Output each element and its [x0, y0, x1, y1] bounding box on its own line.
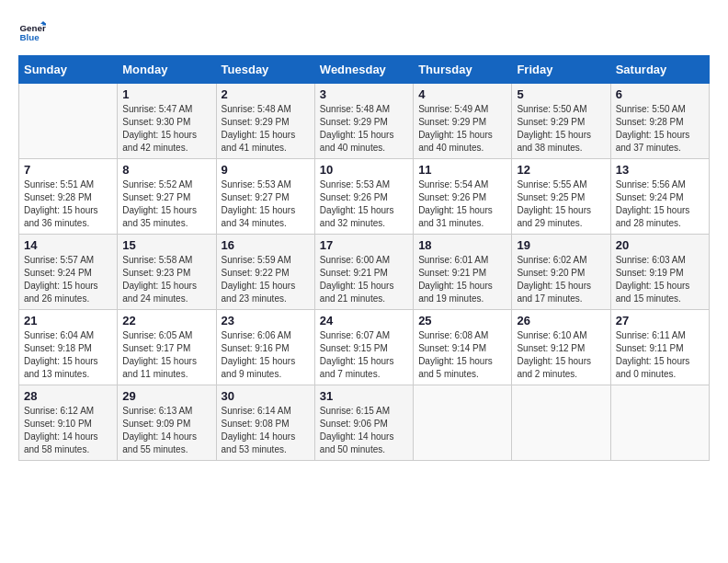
day-info: Sunrise: 5:52 AM Sunset: 9:27 PM Dayligh…: [122, 178, 210, 230]
day-info: Sunrise: 6:12 AM Sunset: 9:10 PM Dayligh…: [24, 405, 112, 456]
logo: General Blue: [18, 18, 40, 46]
day-number: 10: [320, 163, 408, 177]
day-info: Sunrise: 5:47 AM Sunset: 9:30 PM Dayligh…: [122, 103, 210, 155]
day-cell: 25Sunrise: 6:08 AM Sunset: 9:14 PM Dayli…: [414, 310, 512, 385]
day-number: 6: [616, 87, 704, 101]
day-cell: 29Sunrise: 6:13 AM Sunset: 9:09 PM Dayli…: [118, 385, 216, 461]
day-number: 3: [320, 87, 408, 101]
day-number: 22: [122, 314, 210, 327]
svg-text:General: General: [20, 23, 47, 33]
day-number: 31: [320, 389, 408, 403]
header-cell-wednesday: Wednesday: [314, 56, 413, 84]
header-cell-saturday: Saturday: [610, 56, 709, 84]
day-number: 28: [24, 389, 112, 403]
day-number: 9: [222, 163, 310, 177]
day-cell: 27Sunrise: 6:11 AM Sunset: 9:11 PM Dayli…: [610, 310, 709, 385]
day-cell: 9Sunrise: 5:53 AM Sunset: 9:27 PM Daylig…: [216, 159, 314, 235]
day-cell: [610, 385, 709, 461]
day-number: 8: [122, 163, 210, 177]
svg-text:Blue: Blue: [20, 32, 40, 42]
day-info: Sunrise: 6:02 AM Sunset: 9:20 PM Dayligh…: [517, 254, 605, 305]
day-cell: 14Sunrise: 5:57 AM Sunset: 9:24 PM Dayli…: [19, 235, 118, 310]
day-info: Sunrise: 5:48 AM Sunset: 9:29 PM Dayligh…: [222, 103, 310, 155]
day-cell: 11Sunrise: 5:54 AM Sunset: 9:26 PM Dayli…: [414, 159, 512, 235]
week-row-3: 14Sunrise: 5:57 AM Sunset: 9:24 PM Dayli…: [19, 235, 710, 310]
day-cell: 23Sunrise: 6:06 AM Sunset: 9:16 PM Dayli…: [216, 310, 314, 385]
day-cell: 7Sunrise: 5:51 AM Sunset: 9:28 PM Daylig…: [19, 159, 118, 235]
day-info: Sunrise: 5:49 AM Sunset: 9:29 PM Dayligh…: [418, 103, 506, 155]
week-row-1: 1Sunrise: 5:47 AM Sunset: 9:30 PM Daylig…: [19, 84, 710, 159]
day-cell: 1Sunrise: 5:47 AM Sunset: 9:30 PM Daylig…: [118, 84, 216, 159]
day-number: 11: [418, 163, 506, 177]
day-number: 24: [320, 314, 408, 327]
day-cell: 22Sunrise: 6:05 AM Sunset: 9:17 PM Dayli…: [118, 310, 216, 385]
day-info: Sunrise: 6:06 AM Sunset: 9:16 PM Dayligh…: [222, 329, 310, 381]
day-info: Sunrise: 6:08 AM Sunset: 9:14 PM Dayligh…: [418, 329, 506, 381]
day-number: 7: [24, 163, 112, 177]
day-cell: 24Sunrise: 6:07 AM Sunset: 9:15 PM Dayli…: [314, 310, 413, 385]
header-cell-sunday: Sunday: [19, 56, 118, 84]
week-row-2: 7Sunrise: 5:51 AM Sunset: 9:28 PM Daylig…: [19, 159, 710, 235]
day-cell: [512, 385, 610, 461]
day-info: Sunrise: 5:53 AM Sunset: 9:27 PM Dayligh…: [222, 178, 310, 230]
day-info: Sunrise: 5:50 AM Sunset: 9:28 PM Dayligh…: [616, 103, 704, 155]
day-info: Sunrise: 6:04 AM Sunset: 9:18 PM Dayligh…: [24, 329, 112, 381]
day-info: Sunrise: 5:51 AM Sunset: 9:28 PM Dayligh…: [24, 178, 112, 230]
day-info: Sunrise: 5:56 AM Sunset: 9:24 PM Dayligh…: [616, 178, 704, 230]
day-info: Sunrise: 5:53 AM Sunset: 9:26 PM Dayligh…: [320, 178, 408, 230]
day-cell: [414, 385, 512, 461]
day-info: Sunrise: 6:14 AM Sunset: 9:08 PM Dayligh…: [222, 405, 310, 456]
day-cell: 20Sunrise: 6:03 AM Sunset: 9:19 PM Dayli…: [610, 235, 709, 310]
day-cell: 30Sunrise: 6:14 AM Sunset: 9:08 PM Dayli…: [216, 385, 314, 461]
day-number: 29: [122, 389, 210, 403]
day-cell: 28Sunrise: 6:12 AM Sunset: 9:10 PM Dayli…: [19, 385, 118, 461]
day-number: 30: [222, 389, 310, 403]
day-number: 23: [222, 314, 310, 327]
logo-icon: General Blue: [18, 18, 46, 46]
day-info: Sunrise: 6:01 AM Sunset: 9:21 PM Dayligh…: [418, 254, 506, 305]
day-cell: 8Sunrise: 5:52 AM Sunset: 9:27 PM Daylig…: [118, 159, 216, 235]
header-cell-tuesday: Tuesday: [216, 56, 314, 84]
day-cell: 17Sunrise: 6:00 AM Sunset: 9:21 PM Dayli…: [314, 235, 413, 310]
header-cell-thursday: Thursday: [414, 56, 512, 84]
day-number: 4: [418, 87, 506, 101]
day-cell: 16Sunrise: 5:59 AM Sunset: 9:22 PM Dayli…: [216, 235, 314, 310]
page-header: General Blue: [18, 18, 710, 46]
day-number: 16: [222, 238, 310, 252]
day-number: 26: [517, 314, 605, 327]
day-number: 1: [122, 87, 210, 101]
day-info: Sunrise: 6:05 AM Sunset: 9:17 PM Dayligh…: [122, 329, 210, 381]
day-info: Sunrise: 6:03 AM Sunset: 9:19 PM Dayligh…: [616, 254, 704, 305]
day-cell: 5Sunrise: 5:50 AM Sunset: 9:29 PM Daylig…: [512, 84, 610, 159]
day-cell: 4Sunrise: 5:49 AM Sunset: 9:29 PM Daylig…: [414, 84, 512, 159]
day-cell: 21Sunrise: 6:04 AM Sunset: 9:18 PM Dayli…: [19, 310, 118, 385]
day-number: 17: [320, 238, 408, 252]
day-number: 21: [24, 314, 112, 327]
day-info: Sunrise: 5:57 AM Sunset: 9:24 PM Dayligh…: [24, 254, 112, 305]
day-info: Sunrise: 5:58 AM Sunset: 9:23 PM Dayligh…: [122, 254, 210, 305]
week-row-4: 21Sunrise: 6:04 AM Sunset: 9:18 PM Dayli…: [19, 310, 710, 385]
day-number: 14: [24, 238, 112, 252]
day-info: Sunrise: 6:07 AM Sunset: 9:15 PM Dayligh…: [320, 329, 408, 381]
day-cell: 13Sunrise: 5:56 AM Sunset: 9:24 PM Dayli…: [610, 159, 709, 235]
day-info: Sunrise: 5:59 AM Sunset: 9:22 PM Dayligh…: [222, 254, 310, 305]
day-cell: 19Sunrise: 6:02 AM Sunset: 9:20 PM Dayli…: [512, 235, 610, 310]
day-info: Sunrise: 6:00 AM Sunset: 9:21 PM Dayligh…: [320, 254, 408, 305]
day-number: 18: [418, 238, 506, 252]
header-cell-monday: Monday: [118, 56, 216, 84]
day-info: Sunrise: 6:13 AM Sunset: 9:09 PM Dayligh…: [122, 405, 210, 456]
header-cell-friday: Friday: [512, 56, 610, 84]
day-number: 13: [616, 163, 704, 177]
day-number: 19: [517, 238, 605, 252]
day-number: 25: [418, 314, 506, 327]
day-info: Sunrise: 5:50 AM Sunset: 9:29 PM Dayligh…: [517, 103, 605, 155]
day-number: 12: [517, 163, 605, 177]
day-number: 27: [616, 314, 704, 327]
day-info: Sunrise: 6:10 AM Sunset: 9:12 PM Dayligh…: [517, 329, 605, 381]
day-info: Sunrise: 6:11 AM Sunset: 9:11 PM Dayligh…: [616, 329, 704, 381]
week-row-5: 28Sunrise: 6:12 AM Sunset: 9:10 PM Dayli…: [19, 385, 710, 461]
calendar-table: SundayMondayTuesdayWednesdayThursdayFrid…: [18, 55, 710, 461]
day-info: Sunrise: 6:15 AM Sunset: 9:06 PM Dayligh…: [320, 405, 408, 456]
day-cell: 18Sunrise: 6:01 AM Sunset: 9:21 PM Dayli…: [414, 235, 512, 310]
day-cell: 10Sunrise: 5:53 AM Sunset: 9:26 PM Dayli…: [314, 159, 413, 235]
